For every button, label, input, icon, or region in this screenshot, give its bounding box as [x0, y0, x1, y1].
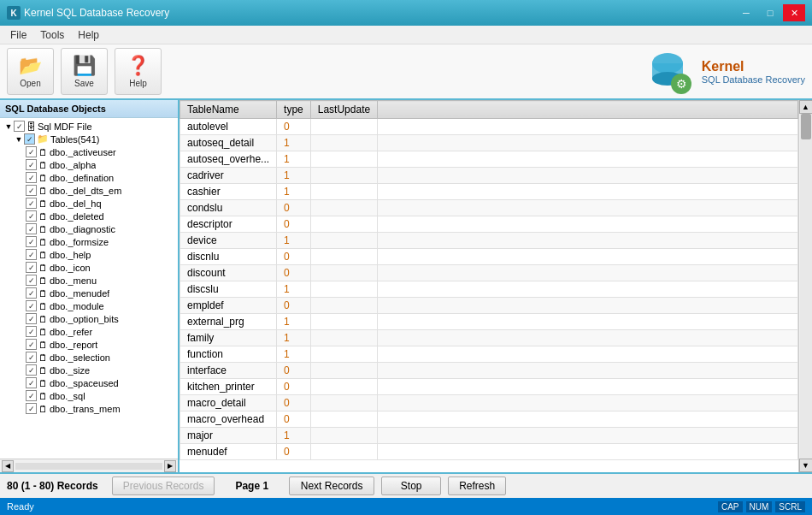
minimize-button[interactable]: ─ [735, 4, 757, 21]
tree-item-checkbox[interactable] [26, 275, 37, 286]
cell-type: 1 [277, 184, 311, 200]
table-row[interactable]: kitchen_printer 0 [180, 379, 798, 395]
scroll-track[interactable] [800, 114, 812, 459]
tree-item-checkbox[interactable] [26, 300, 37, 311]
tree-item[interactable]: 🗒 dbo._activeuser [0, 145, 178, 158]
refresh-button[interactable]: Refresh [448, 477, 506, 495]
tree-item-checkbox[interactable] [26, 262, 37, 273]
next-records-button[interactable]: Next Records [289, 477, 374, 495]
tree-item-checkbox[interactable] [26, 377, 37, 388]
tree-item[interactable]: 🗒 dbo._menu [0, 274, 178, 287]
hscroll-left-btn[interactable]: ◀ [2, 460, 14, 472]
tree-item-checkbox[interactable] [26, 352, 37, 363]
tree-item-checkbox[interactable] [26, 313, 37, 324]
prev-records-button[interactable]: Previous Records [112, 477, 215, 495]
table-row[interactable]: device 1 [180, 233, 798, 249]
maximize-button[interactable]: □ [759, 4, 781, 21]
tree-item[interactable]: 🗒 dbo._alpha [0, 158, 178, 171]
tree-item[interactable]: 🗒 dbo._module [0, 299, 178, 312]
tree-area[interactable]: ▼ 🗄 Sql MDF File ▼ 📁 Tables(541) 🗒 dbo._… [0, 118, 178, 459]
tree-root[interactable]: ▼ 🗄 Sql MDF File [0, 120, 178, 133]
tree-toggle-tables[interactable]: ▼ [14, 135, 24, 144]
table-row[interactable]: discnlu 0 [180, 249, 798, 265]
table-row[interactable]: empldef 0 [180, 298, 798, 314]
hscroll-right-btn[interactable]: ▶ [164, 460, 176, 472]
data-table[interactable]: TableName type LastUpdate autolevel 0 au… [179, 100, 798, 472]
left-hscrollbar[interactable]: ◀ ▶ [0, 459, 178, 472]
tree-checkbox-root[interactable] [14, 121, 25, 132]
table-row[interactable]: function 1 [180, 346, 798, 363]
tree-item-checkbox[interactable] [26, 403, 37, 414]
tree-item-checkbox[interactable] [26, 339, 37, 350]
table-row[interactable]: family 1 [180, 330, 798, 346]
cell-extra [378, 314, 798, 330]
menu-tools[interactable]: Tools [33, 27, 71, 43]
tree-item[interactable]: 🗒 dbo._option_bits [0, 312, 178, 325]
tree-item-checkbox[interactable] [26, 390, 37, 401]
tree-tables[interactable]: ▼ 📁 Tables(541) [0, 133, 178, 145]
table-row[interactable]: menudef 0 [180, 444, 798, 460]
tree-item[interactable]: 🗒 dbo._size [0, 364, 178, 376]
title-bar-text: Kernel SQL Database Recovery [24, 7, 169, 19]
tree-item[interactable]: 🗒 dbo._menudef [0, 287, 178, 299]
table-row[interactable]: descriptor 0 [180, 216, 798, 233]
scroll-down-btn[interactable]: ▼ [799, 459, 813, 472]
menu-file[interactable]: File [3, 27, 33, 43]
tree-item-checkbox[interactable] [26, 146, 37, 157]
table-row[interactable]: autolevel 0 [180, 119, 798, 135]
tree-checkbox-tables[interactable] [24, 133, 35, 145]
tree-item-checkbox[interactable] [26, 223, 37, 234]
tree-item[interactable]: 🗒 dbo._help [0, 248, 178, 261]
table-row[interactable]: autoseq_detail 1 [180, 135, 798, 151]
title-bar-controls: ─ □ ✕ [735, 4, 805, 21]
tree-item-checkbox[interactable] [26, 185, 37, 196]
tree-item[interactable]: 🗒 dbo._del_dts_em [0, 184, 178, 197]
table-row[interactable]: major 1 [180, 428, 798, 444]
scroll-thumb[interactable] [801, 114, 811, 139]
table-row[interactable]: discslu 1 [180, 281, 798, 298]
table-row[interactable]: discount 0 [180, 265, 798, 281]
tree-toggle-root[interactable]: ▼ [3, 122, 14, 131]
tree-item-checkbox[interactable] [26, 159, 37, 170]
table-row[interactable]: cashier 1 [180, 184, 798, 200]
tree-item-checkbox[interactable] [26, 172, 37, 183]
cell-tablename: family [180, 330, 277, 346]
right-scrollbar[interactable]: ▲ ▼ [798, 100, 812, 472]
tree-item[interactable]: 🗒 dbo._spaceused [0, 376, 178, 389]
tree-item-checkbox[interactable] [26, 287, 37, 299]
table-icon: 🗒 [38, 198, 48, 209]
menu-help[interactable]: Help [71, 27, 106, 43]
tree-item-checkbox[interactable] [26, 364, 37, 376]
table-row[interactable]: autoseq_overhe... 1 [180, 151, 798, 168]
save-button[interactable]: 💾 Save [61, 48, 108, 95]
cell-lastupdate [310, 395, 377, 411]
tree-item[interactable]: 🗒 dbo._report [0, 338, 178, 351]
tree-item[interactable]: 🗒 dbo._defination [0, 171, 178, 184]
tree-item[interactable]: 🗒 dbo._del_hq [0, 197, 178, 210]
tree-item-checkbox[interactable] [26, 249, 37, 260]
tree-item[interactable]: 🗒 dbo._formsize [0, 235, 178, 248]
table-row[interactable]: interface 0 [180, 363, 798, 379]
help-button[interactable]: ❓ Help [115, 48, 162, 95]
tree-item[interactable]: 🗒 dbo._trans_mem [0, 402, 178, 415]
tree-item[interactable]: 🗒 dbo._refer [0, 325, 178, 338]
tree-item-checkbox[interactable] [26, 326, 37, 337]
table-row[interactable]: macro_detail 0 [180, 395, 798, 411]
tree-item-checkbox[interactable] [26, 198, 37, 209]
close-button[interactable]: ✕ [783, 4, 805, 21]
table-row[interactable]: cadriver 1 [180, 168, 798, 184]
tree-item-checkbox[interactable] [26, 210, 37, 222]
tree-item[interactable]: 🗒 dbo._selection [0, 351, 178, 364]
tree-item[interactable]: 🗒 dbo._sql [0, 389, 178, 402]
table-row[interactable]: external_prg 1 [180, 314, 798, 330]
tree-item[interactable]: 🗒 dbo._diagnostic [0, 222, 178, 235]
tree-item-checkbox[interactable] [26, 236, 37, 247]
cell-type: 0 [277, 298, 311, 314]
table-row[interactable]: macro_overhead 0 [180, 411, 798, 428]
stop-button[interactable]: Stop [381, 477, 441, 495]
open-button[interactable]: 📂 Open [7, 48, 54, 95]
scroll-up-btn[interactable]: ▲ [799, 100, 813, 114]
tree-item[interactable]: 🗒 dbo._deleted [0, 210, 178, 222]
table-row[interactable]: condslu 0 [180, 200, 798, 216]
tree-item[interactable]: 🗒 dbo._icon [0, 261, 178, 274]
